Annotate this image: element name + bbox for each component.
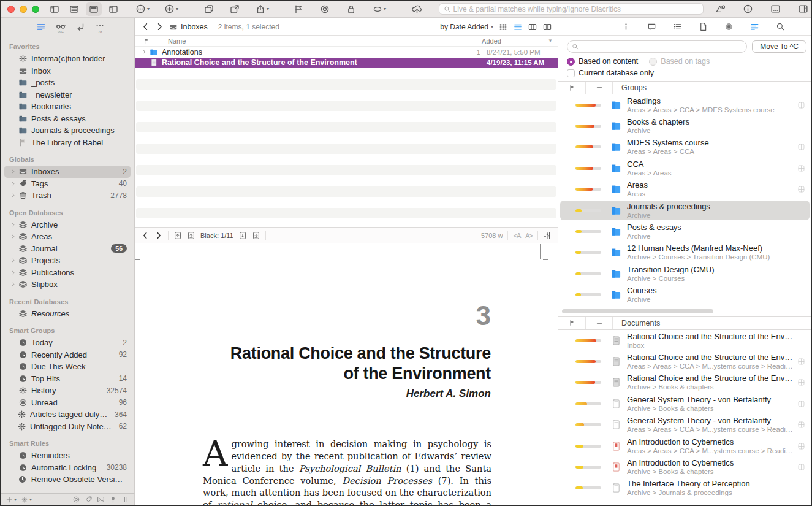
sidebar-item-automatic-locking[interactable]: Automatic Locking30238 <box>4 462 131 474</box>
reading-settings-button[interactable] <box>543 231 552 240</box>
sidebar-item-slipbox[interactable]: Slipbox <box>4 278 131 291</box>
page-forward-button[interactable] <box>154 231 163 240</box>
sidebar-item-resources[interactable]: Resources <box>4 308 131 320</box>
score-column[interactable] <box>585 82 612 94</box>
groups-scrollbar[interactable] <box>562 309 713 313</box>
sidebar-item-posts[interactable]: _posts <box>4 77 131 89</box>
classify-search-input[interactable] <box>582 42 742 51</box>
sidebar-item-journals-proceedings[interactable]: Journals & proceedings <box>4 125 131 137</box>
view-list-button[interactable] <box>514 23 522 31</box>
based-on-tags-radio[interactable]: Based on tags <box>649 57 710 66</box>
share-button[interactable]: ▾ <box>252 2 272 16</box>
group-row[interactable]: CCAAreas > Areas <box>558 158 811 178</box>
sidebar-item-due-this-week[interactable]: Due This Week <box>4 361 131 373</box>
tag-small-button[interactable] <box>85 496 93 504</box>
document-row[interactable]: General System Theory - von BertalanffyA… <box>558 393 811 414</box>
based-on-content-radio[interactable]: Based on content <box>567 57 638 66</box>
document-row[interactable]: Rational Choice and the Structure of the… <box>558 351 811 372</box>
sidebar-panel-button[interactable] <box>47 2 63 16</box>
sidebar-item-top-hits[interactable]: Top Hits14 <box>4 373 131 385</box>
sidebar-item-articles-tagged-dulynot[interactable]: Articles tagged dulynot...364 <box>4 408 131 421</box>
sync-button[interactable] <box>409 2 425 16</box>
sidebar-item-newsletter[interactable]: _newsletter <box>4 89 131 101</box>
bottombar-button[interactable] <box>767 2 784 16</box>
previous-page-button[interactable] <box>187 231 195 240</box>
next-document-button[interactable] <box>252 231 260 240</box>
font-larger-button[interactable]: A> <box>525 232 533 239</box>
font-smaller-button[interactable]: <A <box>513 232 520 239</box>
list-blue-button[interactable] <box>36 22 46 32</box>
open-in-tab-button[interactable] <box>794 358 808 366</box>
close-button[interactable] <box>7 6 15 13</box>
target-button[interactable] <box>317 2 333 16</box>
minimize-button[interactable] <box>20 6 27 13</box>
group-row[interactable]: Posts & essaysArchive <box>558 221 811 242</box>
flag-column[interactable] <box>558 320 585 326</box>
open-in-tab-button[interactable] <box>794 143 808 151</box>
view-grid-button[interactable] <box>499 23 507 31</box>
sidebar-item-journal[interactable]: Journal56 <box>4 243 131 255</box>
view-columns-button[interactable] <box>528 23 537 31</box>
sidebar-item-areas[interactable]: Areas <box>4 231 131 243</box>
group-row[interactable]: Transition Design (CMU)Archive > Courses <box>558 263 811 284</box>
info-i-button[interactable] <box>618 20 634 33</box>
rightsidebar-button[interactable] <box>795 2 811 16</box>
open-in-tab-button[interactable] <box>794 421 808 429</box>
sidebar-item-informa-c-tion-fodder[interactable]: Informa(c)tion fodder <box>4 53 131 65</box>
image-button[interactable] <box>97 496 105 504</box>
sidebar-item-publications[interactable]: Publications <box>4 267 131 279</box>
alert-badge-button[interactable] <box>712 2 729 16</box>
sidebar-item-unread[interactable]: Unread96 <box>4 397 131 409</box>
search-button[interactable] <box>773 20 788 33</box>
toolbar-search-input[interactable] <box>453 5 699 13</box>
open-in-tab-button[interactable] <box>794 400 808 408</box>
stack-button[interactable] <box>201 2 217 16</box>
open-in-tab-button[interactable] <box>794 442 808 450</box>
next-page-button[interactable] <box>238 231 247 240</box>
sidebar-item-recently-added[interactable]: Recently Added92 <box>4 349 131 361</box>
group-row[interactable]: 12 Human Needs (Manfred Max-Neef)Archive… <box>558 242 811 263</box>
group-row[interactable]: Books & chaptersArchive <box>558 115 811 136</box>
group-row[interactable]: CoursesArchive <box>558 285 811 305</box>
sidebar-item-remove-obsolete-versions[interactable]: Remove Obsolete Versions <box>4 473 131 486</box>
info-circle-button[interactable] <box>740 2 756 16</box>
group-row[interactable]: ReadingsAreas > Areas > CCA > MDES Syste… <box>558 94 811 115</box>
left-panel-button[interactable] <box>105 2 121 16</box>
location-title[interactable]: Inboxes <box>169 23 208 31</box>
classify-search-field[interactable] <box>567 40 747 53</box>
score-column[interactable] <box>585 317 612 329</box>
doc-plain-button[interactable] <box>696 20 711 33</box>
sidebar-item-posts-essays[interactable]: Posts & essays <box>4 113 131 125</box>
sidebar-item-projects[interactable]: Projects <box>4 255 131 267</box>
hook-button[interactable] <box>75 22 85 32</box>
sort-direction-icon[interactable]: ▼ <box>548 39 553 44</box>
group-row[interactable]: Journals & proceedingsArchive <box>558 200 811 221</box>
sidebar-item-unflagged-duly-noted-p[interactable]: Unflagged Duly Noted p...62 <box>4 421 131 433</box>
toolbar-search[interactable] <box>439 3 704 15</box>
sidebar-item-inboxes[interactable]: Inboxes2 <box>4 166 131 178</box>
plus-circle-button[interactable]: ▾ <box>161 2 181 16</box>
back-button[interactable] <box>141 22 150 31</box>
wide-view-button[interactable] <box>86 2 102 16</box>
group-row[interactable]: AreasAreas <box>558 179 811 200</box>
sidebar-item-archive[interactable]: Archive <box>4 219 131 231</box>
document-row[interactable]: Rational Choice and the Structure of the… <box>558 372 811 393</box>
plus-button[interactable]: ▾ <box>6 496 17 504</box>
name-column-header[interactable]: Name <box>153 37 482 45</box>
zoom-button[interactable] <box>32 6 39 13</box>
list-view-button[interactable] <box>66 2 82 16</box>
sidebar-item-reminders[interactable]: Reminders <box>4 450 131 462</box>
open-in-tab-button[interactable] <box>794 101 808 109</box>
document-row[interactable]: Rational Choice and the Structure of the… <box>558 330 811 351</box>
document-row[interactable]: General System Theory - von BertalanffyA… <box>558 414 811 435</box>
document-row[interactable]: An Introduction to CyberneticsArchive > … <box>558 456 811 477</box>
document-row[interactable]: An Introduction to CyberneticsAreas > Ar… <box>558 435 811 456</box>
divider-handle-button[interactable] <box>121 496 129 504</box>
lock-button[interactable] <box>343 2 359 16</box>
ellipsis-circle-button[interactable]: ▾ <box>132 2 153 16</box>
speech-button[interactable] <box>644 20 659 33</box>
dots-button[interactable]: 78 <box>95 21 105 33</box>
sidebar-item-bookmarks[interactable]: Bookmarks <box>4 101 131 113</box>
previous-document-button[interactable] <box>173 231 182 240</box>
open-in-tab-button[interactable] <box>794 463 808 471</box>
